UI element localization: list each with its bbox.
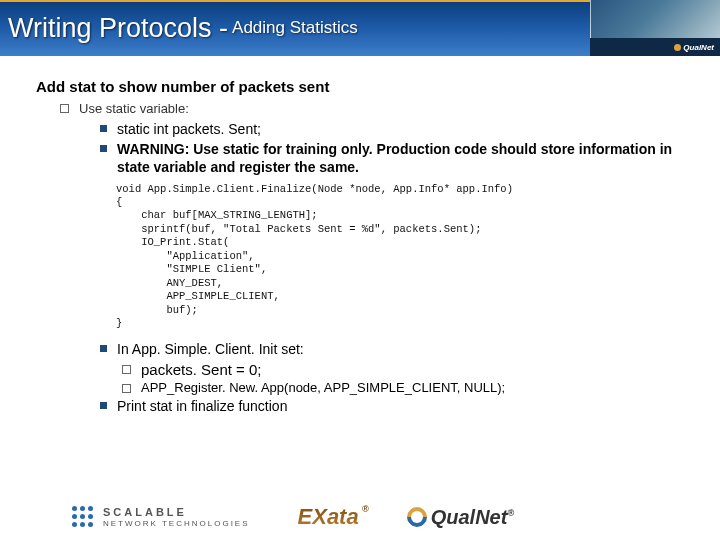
bullet-level-2: static int packets. Sent; bbox=[100, 120, 692, 138]
bullet-level-2-warning: WARNING: Use static for training only. P… bbox=[100, 140, 692, 176]
filled-square-icon bbox=[100, 345, 107, 352]
hollow-square-icon bbox=[122, 365, 131, 374]
ring-icon bbox=[403, 503, 431, 531]
exata-logo: EXata bbox=[298, 504, 359, 530]
scalable-networks-logo: SCALABLE NETWORK TECHNOLOGIES bbox=[70, 504, 250, 530]
filled-square-icon bbox=[100, 145, 107, 152]
filled-square-icon bbox=[100, 402, 107, 409]
bullet-level-2: In App. Simple. Client. Init set: bbox=[100, 340, 692, 358]
bullet-level-1: Use static variable: bbox=[60, 101, 692, 116]
footer-logos: SCALABLE NETWORK TECHNOLOGIES EXata Qual… bbox=[70, 504, 700, 530]
filled-square-icon bbox=[100, 125, 107, 132]
bullet-level-3: APP_Register. New. App(node, APP_SIMPLE_… bbox=[122, 380, 692, 395]
slide-content: Add stat to show number of packets sent … bbox=[0, 56, 720, 415]
section-heading: Add stat to show number of packets sent bbox=[36, 78, 692, 95]
title-sub: Adding Statistics bbox=[232, 18, 358, 38]
code-snippet: void App.Simple.Client.Finalize(Node *no… bbox=[116, 183, 692, 331]
corner-logo: QualNet bbox=[590, 38, 720, 56]
title-main: Writing Protocols - bbox=[8, 13, 228, 44]
bullet-level-3: packets. Sent = 0; bbox=[122, 361, 692, 378]
hollow-square-icon bbox=[60, 104, 69, 113]
hollow-square-icon bbox=[122, 384, 131, 393]
qualnet-logo: QualNet® bbox=[407, 506, 514, 529]
bullet-level-2: Print stat in finalize function bbox=[100, 397, 692, 415]
dot-grid-icon bbox=[70, 504, 96, 530]
corner-decoration: QualNet bbox=[590, 0, 720, 56]
title-bar: Writing Protocols - Adding Statistics Qu… bbox=[0, 0, 720, 56]
